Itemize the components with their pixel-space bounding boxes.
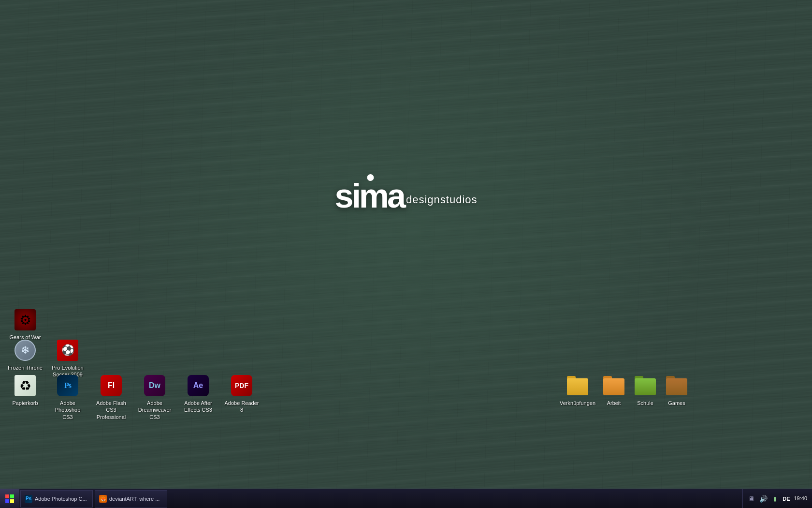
schule-icon-image (634, 374, 657, 397)
logo-tagline: designstudios (406, 194, 478, 213)
desktop-icon-gears-of-war[interactable]: ⚙Gears of War (6, 308, 44, 341)
papierkorb-icon-image: ♻ (14, 374, 37, 397)
taskbar-firefox-label: deviantART: where ... (109, 496, 160, 502)
arbeit-icon-image (602, 374, 625, 397)
adobe-photoshop-cs3-label: Adobe Photoshop CS3 (48, 399, 87, 421)
adobe-after-effects-cs3-icon-image: Ae (187, 374, 210, 397)
adobe-reader-8-icon-image: PDF (230, 374, 253, 397)
system-clock: 19:40 (794, 495, 807, 502)
language-indicator[interactable]: DE (783, 496, 790, 502)
taskbar-apps: Ps Adobe Photoshop C... 🦊 deviantART: wh… (19, 489, 742, 508)
desktop-icon-adobe-reader-8[interactable]: PDFAdobe Reader 8 (222, 374, 261, 414)
adobe-photoshop-cs3-icon-image: Ps (56, 374, 79, 397)
frozen-throne-label: Frozen Throne (6, 364, 44, 372)
desktop-icon-games[interactable]: Games (657, 374, 696, 407)
network-icon: 🖥 (748, 495, 755, 503)
verknuepfungen-label: Verknüpfungen (558, 399, 597, 407)
svg-rect-2 (5, 499, 9, 503)
gears-of-war-icon-image: ⚙ (14, 308, 37, 331)
desktop-icon-papierkorb[interactable]: ♻Papierkorb (6, 374, 44, 407)
volume-icon: 🔊 (759, 495, 767, 503)
pro-evolution-soccer-icon-image: ⚽ (56, 339, 79, 362)
taskbar-item-photoshop[interactable]: Ps Adobe Photoshop C... (20, 490, 93, 508)
firefox-taskbar-icon: 🦊 (99, 495, 107, 503)
adobe-flash-cs3-icon-image: Fl (100, 374, 123, 397)
games-label: Games (667, 399, 686, 407)
adobe-after-effects-cs3-label: Adobe After Effects CS3 (179, 399, 218, 414)
taskbar-photoshop-label: Adobe Photoshop C... (35, 496, 87, 502)
papierkorb-label: Papierkorb (11, 399, 39, 407)
svg-rect-1 (10, 494, 14, 498)
taskbar: Ps Adobe Photoshop C... 🦊 deviantART: wh… (0, 489, 812, 508)
ps-taskbar-icon: Ps (25, 495, 32, 503)
games-icon-image (665, 374, 688, 397)
desktop-icon-adobe-after-effects-cs3[interactable]: AeAdobe After Effects CS3 (179, 374, 218, 414)
desktop-icon-adobe-flash-cs3[interactable]: FlAdobe Flash CS3 Professional (92, 374, 130, 421)
adobe-reader-8-label: Adobe Reader 8 (222, 399, 261, 414)
svg-rect-0 (5, 494, 9, 498)
start-button[interactable] (0, 489, 19, 508)
arbeit-label: Arbeit (606, 399, 623, 407)
taskbar-item-firefox[interactable]: 🦊 deviantART: where ... (95, 490, 167, 508)
battery-icon: ▮ (771, 495, 779, 503)
adobe-dreamweaver-cs3-label: Adobe Dreamweaver CS3 (135, 399, 174, 421)
logo-container: sima designstudios (334, 179, 477, 213)
desktop-icon-adobe-dreamweaver-cs3[interactable]: DwAdobe Dreamweaver CS3 (135, 374, 174, 421)
schule-label: Schule (636, 399, 655, 407)
logo-main-text: sima (334, 179, 404, 213)
system-tray: 🖥 🔊 ▮ DE 19:40 (742, 489, 812, 508)
adobe-dreamweaver-cs3-icon-image: Dw (143, 374, 166, 397)
desktop-icon-verknuepfungen[interactable]: Verknüpfungen (558, 374, 597, 407)
desktop-icon-pro-evolution-soccer[interactable]: ⚽Pro Evolution Soccer 2009 (48, 339, 87, 379)
frozen-throne-icon-image: ❄ (14, 339, 37, 362)
verknuepfungen-icon-image (566, 374, 589, 397)
adobe-flash-cs3-label: Adobe Flash CS3 Professional (92, 399, 130, 421)
svg-rect-3 (10, 499, 14, 503)
desktop-icon-frozen-throne[interactable]: ❄Frozen Throne (6, 339, 44, 372)
desktop: sima designstudios ⚙Gears of War❄Frozen … (0, 0, 812, 489)
desktop-icon-adobe-photoshop-cs3[interactable]: PsAdobe Photoshop CS3 (48, 374, 87, 421)
